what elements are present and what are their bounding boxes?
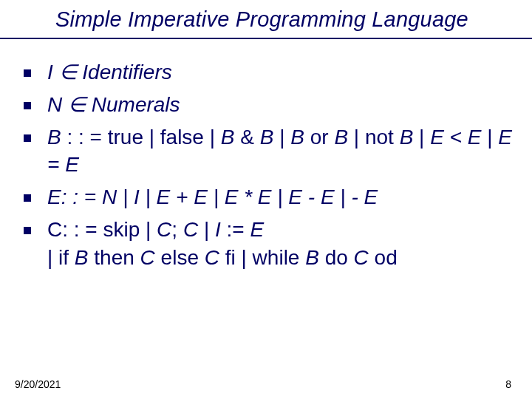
slide: Simple Imperative Programming Language I… [0,0,532,399]
grammar-text: | [198,218,215,241]
bullet-text-identifiers: I ∈ Identifiers [47,58,517,86]
bullet-list: I ∈ Identifiers N ∈ Numerals B : : = tru… [24,58,517,272]
grammar-symbol: B [221,126,235,149]
grammar-symbol: B [290,126,304,149]
bullet-text-expression-grammar: E: : = N | I | E + E | E * E | E - E | -… [47,183,517,211]
grammar-text: | [481,126,498,149]
slide-title: Simple Imperative Programming Language [55,7,468,31]
title-bar: Simple Imperative Programming Language [0,0,532,39]
grammar-symbol: C [157,218,171,241]
grammar-text: | [273,126,290,149]
list-item: N ∈ Numerals [24,91,517,119]
grammar-symbol: B [47,126,61,149]
grammar-text: := [221,218,250,241]
list-item: C: : = skip | C; C | I := E | if B then … [24,216,517,272]
grammar-text: | [413,126,430,149]
bullet-icon [24,102,31,109]
list-item: B : : = true | false | B & B | B or B | … [24,123,517,180]
grammar-text: do [319,246,354,269]
list-item: I ∈ Identifiers [24,58,517,86]
grammar-symbol: B [334,126,348,149]
bullet-icon [24,69,31,77]
list-item: E: : = N | I | E + E | E * E | E - E | -… [24,183,517,211]
bullet-icon [24,227,31,234]
grammar-symbol: C [354,246,369,269]
footer-date: 9/20/2021 [15,378,61,390]
grammar-text: & [234,126,259,149]
grammar-text: | not [348,126,400,149]
grammar-symbol: B [305,246,319,269]
footer: 9/20/2021 8 [0,378,532,390]
grammar-text: : : = true | false | [61,126,221,149]
grammar-text: else [155,246,205,269]
bullet-icon [24,194,31,202]
bullet-text-boolean-grammar: B : : = true | false | B & B | B or B | … [47,123,517,180]
grammar-symbol: C [140,246,155,269]
grammar-text: C: : = skip | [47,218,157,241]
bullet-text-numerals: N ∈ Numerals [47,91,517,119]
grammar-text: od [369,246,398,269]
grammar-symbol: B [260,126,274,149]
grammar-text: | if [47,246,75,269]
content-area: I ∈ Identifiers N ∈ Numerals B : : = tru… [0,39,532,272]
grammar-text: then [89,246,140,269]
grammar-text: fi | while [219,246,305,269]
grammar-symbol: I [215,218,221,241]
grammar-symbol: E < E [430,126,481,149]
footer-page-number: 8 [505,378,511,390]
grammar-text: or [304,126,334,149]
grammar-symbol: C [205,246,219,269]
grammar-symbol: B [400,126,414,149]
grammar-symbol: B [75,246,89,269]
bullet-icon [24,134,31,142]
grammar-symbol: C [183,218,198,241]
grammar-symbol: E [250,218,264,241]
bullet-text-command-grammar: C: : = skip | C; C | I := E | if B then … [47,216,517,272]
grammar-text: ; [171,218,183,241]
